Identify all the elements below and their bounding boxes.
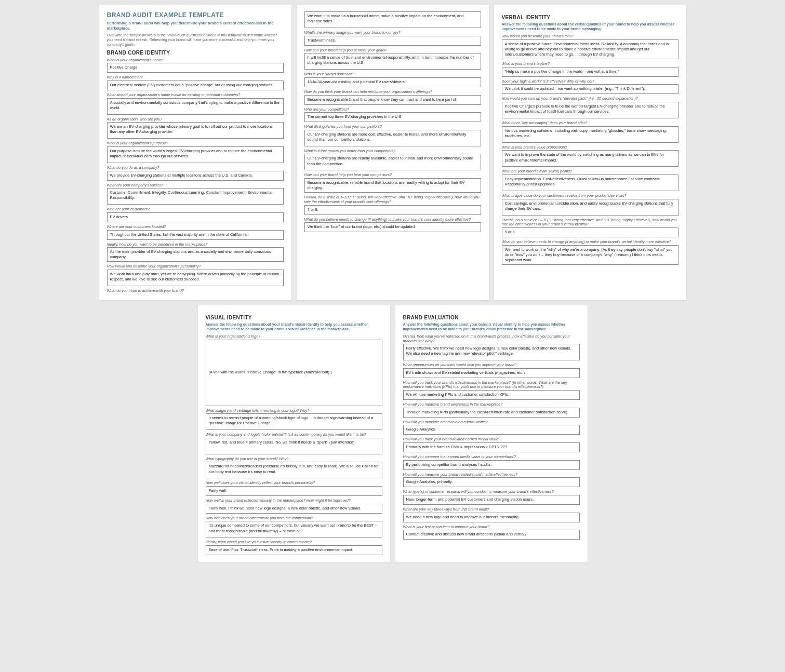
- answer-field[interactable]: Google Analytics, primarily.: [403, 477, 580, 487]
- answer-field[interactable]: Yellow, red, and blue = primary colors. …: [206, 438, 382, 454]
- question-label: What's the primary image you want your b…: [304, 31, 481, 35]
- visual-items: What is your organization's logo?(A volt…: [206, 334, 382, 555]
- question-label: Who are your competitors?: [304, 107, 481, 112]
- question-label: How would you sum up your brand's "eleva…: [502, 97, 678, 101]
- question-label: Overall, on a scale of 1–10 ("1" being "…: [304, 195, 481, 204]
- answer-field[interactable]: Our EV-charging stations are readily ava…: [304, 154, 481, 170]
- answer-field[interactable]: We are an EV-charging provider whose pri…: [107, 122, 284, 139]
- answer-field[interactable]: We want it to make us a household name, …: [304, 11, 481, 28]
- core-items: What is your organization's name?Positiv…: [107, 58, 284, 293]
- answer-field[interactable]: Ease of use. Fun. Trustworthiness. Pride…: [206, 545, 382, 555]
- answer-field[interactable]: By performing competitor brand analyses …: [403, 460, 580, 470]
- subintro-text: Overwrite the sample answers to the bran…: [107, 33, 284, 47]
- question-label: How do you think your brand can help rei…: [304, 90, 481, 95]
- visual-heading: VISUAL IDENTITY: [206, 315, 382, 320]
- answer-field[interactable]: It's unique compared to some of our comp…: [206, 521, 382, 537]
- answer-field[interactable]: We think the "look" of our brand (logo, …: [304, 222, 481, 232]
- question-label: Where are your customers located?: [107, 225, 284, 230]
- answer-field[interactable]: Our purpose is to be the world's largest…: [107, 146, 284, 163]
- question-label: How would you describe your organization…: [107, 264, 284, 269]
- question-label: What is your organization's purpose?: [107, 141, 284, 146]
- eval-heading: BRAND EVALUATION: [403, 315, 580, 320]
- answer-field[interactable]: Our electrical vehicle (EV) customers ge…: [107, 80, 284, 90]
- question-label: What are your company's values?: [107, 183, 284, 188]
- answer-field[interactable]: Fairly well.: [206, 486, 382, 496]
- question-label: Overall, on a scale of 1–10 ("1" being "…: [502, 218, 678, 227]
- question-label: What do you hope to achieve with your br…: [107, 289, 284, 293]
- answer-field[interactable]: It seems to remind people of a warning/s…: [206, 413, 382, 430]
- answer-field[interactable]: We think it could be updated – we want s…: [502, 84, 678, 94]
- answer-field[interactable]: 7 or 8.: [304, 205, 481, 215]
- answer-field[interactable]: Google Analytics: [403, 425, 580, 435]
- question-label: What do you believe needs to change (if …: [502, 240, 678, 245]
- doc-title: BRAND AUDIT EXAMPLE TEMPLATE: [107, 11, 284, 19]
- question-label: Ideally, how do you want to be perceived…: [107, 243, 284, 247]
- question-label: What is your organization's logo?: [206, 334, 382, 339]
- answer-field[interactable]: Customer Commitment. Integrity. Continuo…: [107, 188, 284, 205]
- answer-field[interactable]: Mazzard for headlines/headers (because i…: [206, 462, 382, 478]
- question-label: What is your first action item to improv…: [403, 525, 580, 530]
- answer-field[interactable]: Positive Charge: [107, 63, 284, 73]
- answer-field[interactable]: We need a new logo and need to improve o…: [403, 513, 580, 522]
- answer-field[interactable]: We will use marketing KPIs and customer-…: [403, 390, 580, 400]
- answer-field[interactable]: We need to work on the "why" of why we'r…: [502, 245, 678, 265]
- answer-field[interactable]: New, longer-term, and potential EV custo…: [403, 495, 580, 505]
- answer-field[interactable]: Contact creative and discuss new brand d…: [403, 530, 580, 540]
- question-label: What opportunities do you think would he…: [403, 363, 580, 368]
- question-label: Who are your customers?: [107, 207, 284, 212]
- question-label: What do you do as a company?: [107, 166, 284, 170]
- answer-field[interactable]: EV trade shows and EV-related marketing …: [403, 368, 580, 378]
- answer-field[interactable]: We work hard and play hard, yet we're ea…: [107, 270, 284, 286]
- question-label: What should your organization's name evo…: [107, 93, 284, 98]
- intro-text: Performing a brand audit will help you d…: [107, 21, 284, 31]
- answer-field[interactable]: Become a recognizable, reliable brand th…: [304, 178, 481, 193]
- answer-field[interactable]: Trustworthiness.: [304, 36, 481, 46]
- question-label: What is it that makes you better than yo…: [304, 149, 481, 154]
- answer-field[interactable]: Positive Charge's purpose is to be the w…: [502, 102, 678, 118]
- answer-field[interactable]: A sense of a positive future. Environmen…: [502, 39, 678, 59]
- answer-field[interactable]: Fairly effective. We think we need new l…: [403, 344, 580, 360]
- answer-field[interactable]: "Help us make a positive change in the w…: [502, 67, 678, 77]
- question-label: How will you track your brand-related ea…: [403, 437, 580, 442]
- answer-field[interactable]: It will instill a sense of trust and env…: [304, 53, 481, 70]
- answer-field[interactable]: Become a recognizable brand that people …: [304, 95, 481, 105]
- question-label: As an organization, who are you?: [107, 117, 284, 122]
- answer-field[interactable]: A socially and environmentally conscious…: [107, 98, 284, 115]
- question-label: How well does your brand differentiate y…: [206, 516, 382, 521]
- answer-field[interactable]: Primarily with the formula EMV = Impress…: [403, 442, 580, 452]
- eval-desc: Answer the following questions about you…: [403, 322, 580, 331]
- answer-field[interactable]: As the main provider of EV-charging stat…: [107, 247, 284, 262]
- answer-field[interactable]: We want to improve the state of the worl…: [502, 150, 678, 167]
- answer-field[interactable]: Cost savings, environmental consideratio…: [502, 199, 678, 216]
- answer-field[interactable]: We provide EV-charging stations at multi…: [107, 171, 284, 181]
- answer-field[interactable]: Various marketing collateral, including …: [502, 126, 678, 143]
- page-1: BRAND AUDIT EXAMPLE TEMPLATE Performing …: [99, 5, 291, 300]
- eval-items: Overall, from what you've reflected on i…: [403, 334, 580, 540]
- verbal-items: How would you describe your brand's tone…: [502, 34, 678, 265]
- answer-field[interactable]: Fairly well. I think we need new logo de…: [206, 504, 382, 514]
- answer-field[interactable]: Easy implementation. Cost-effectiveness.…: [502, 174, 678, 191]
- question-label: What typography do you use in your brand…: [206, 457, 382, 462]
- page-5: BRAND EVALUATION Answer the following qu…: [395, 305, 588, 562]
- question-label: Overall, from what you've reflected on i…: [403, 334, 580, 343]
- question-label: What unique value do your customers rece…: [502, 194, 678, 198]
- question-label: How will you track your brand's effectiv…: [403, 381, 580, 389]
- question-label: How can your brand help you achieve your…: [304, 48, 481, 53]
- answer-field[interactable]: Our EV-charging stations are more cost e…: [304, 130, 481, 146]
- page-3: VERBAL IDENTITY Answer the following que…: [494, 5, 686, 300]
- question-label: What is your brand's tagline?: [502, 62, 678, 66]
- question-label: What is your company and logo's "color p…: [206, 433, 382, 437]
- core2-items: We want it to make us a household name, …: [304, 11, 481, 232]
- answer-field[interactable]: (A volt with the words "Positive Charge"…: [206, 340, 382, 406]
- question-label: How would you describe your brand's tone…: [502, 34, 678, 39]
- answer-field[interactable]: 18-to-34-year-old existing and potential…: [304, 77, 481, 87]
- core-heading: BRAND CORE IDENTITY: [107, 50, 284, 56]
- answer-field[interactable]: Throughout the United States, but the va…: [107, 230, 284, 240]
- question-label: What is your organization's name?: [107, 58, 284, 63]
- question-label: What distinguishes you from your competi…: [304, 125, 481, 129]
- answer-field[interactable]: 5 or 6.: [502, 227, 678, 237]
- answer-field[interactable]: EV drivers: [107, 212, 284, 222]
- question-label: How will you measure brand-related refer…: [403, 420, 580, 425]
- answer-field[interactable]: The current top three EV-charging provid…: [304, 112, 481, 122]
- answer-field[interactable]: Through marketing KPIs (particularly the…: [403, 408, 580, 418]
